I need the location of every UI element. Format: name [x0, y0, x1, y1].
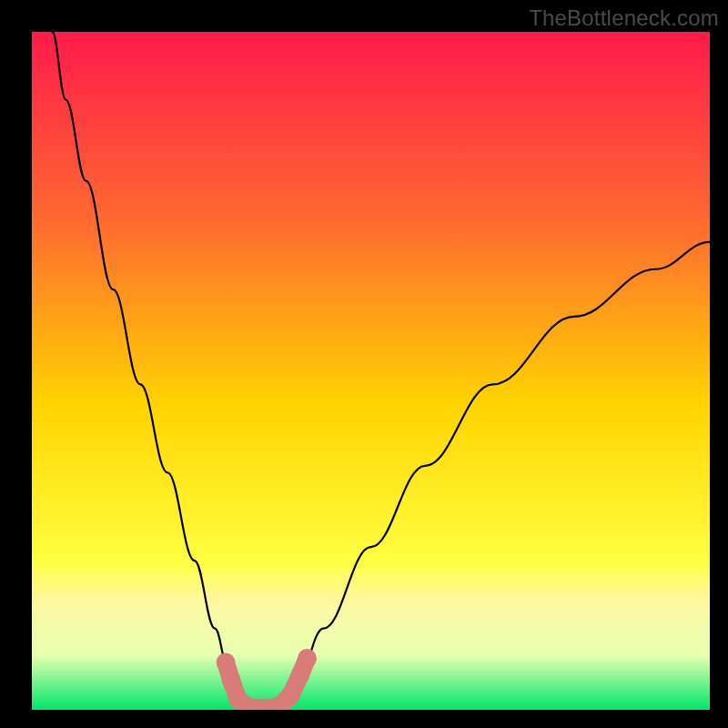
valley-marker	[222, 671, 241, 690]
valley-marker	[291, 665, 310, 684]
chart-frame: TheBottleneck.com	[0, 0, 728, 728]
valley-marker	[298, 649, 317, 668]
bottleneck-plot	[32, 32, 710, 710]
valley-marker	[281, 685, 300, 704]
valley-marker	[217, 652, 236, 672]
watermark-text: TheBottleneck.com	[529, 5, 719, 31]
